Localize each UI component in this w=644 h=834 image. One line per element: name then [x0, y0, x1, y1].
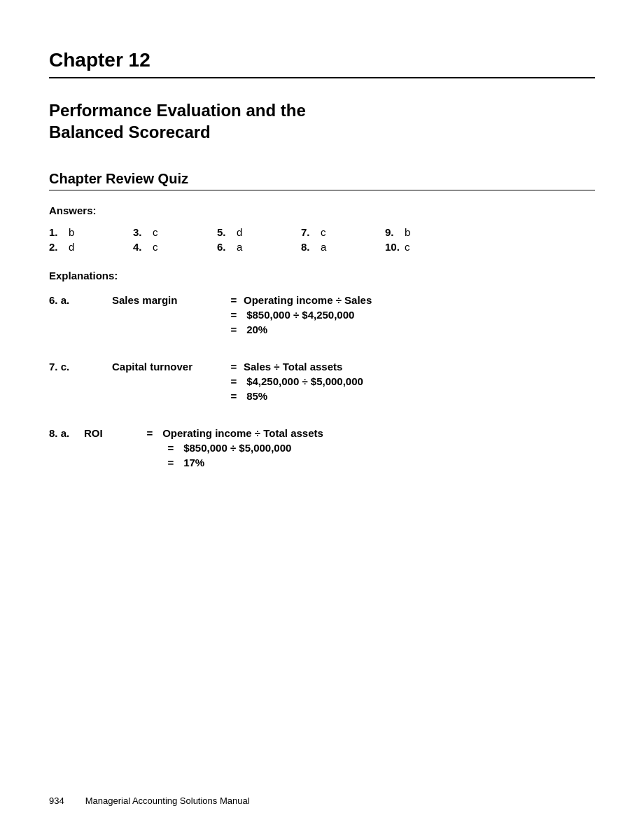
explanation-6a-row1: 6. a. Sales margin = Operating income ÷ … [49, 294, 595, 306]
chapter-divider [49, 77, 595, 78]
answer-6: 6. a [217, 241, 301, 253]
answer-8-val: a [321, 241, 326, 253]
exp-6a-label: 6. a. [49, 294, 112, 306]
exp-7c-term: Capital turnover [112, 361, 224, 373]
answer-10: 10. c [385, 241, 469, 253]
answer-1-val: b [69, 226, 74, 238]
explanation-7c: 7. c. Capital turnover = Sales ÷ Total a… [49, 361, 595, 402]
answer-9-num: 9. [385, 226, 400, 238]
answer-8-num: 8. [301, 241, 316, 253]
answer-7: 7. c [301, 226, 385, 238]
quiz-divider [49, 190, 595, 190]
answer-1: 1. b [49, 226, 133, 238]
answer-9: 9. b [385, 226, 469, 238]
answer-3: 3. c [133, 226, 217, 238]
answer-2-num: 2. [49, 241, 64, 253]
answer-8: 8. a [301, 241, 385, 253]
footer: 934 Managerial Accounting Solutions Manu… [49, 795, 595, 806]
footer-page-number: 934 [49, 795, 64, 806]
explanation-8a-row3: = 17% [49, 457, 595, 468]
explanation-8a: 8. a. ROI = Operating income ÷ Total ass… [49, 427, 595, 468]
answer-2: 2. d [49, 241, 133, 253]
explanation-7c-row1: 7. c. Capital turnover = Sales ÷ Total a… [49, 361, 595, 373]
roi-8a-eq2: = [161, 442, 181, 454]
roi-8a-eq3: = [161, 457, 181, 468]
roi-8a-val1: Operating income ÷ Total assets [160, 427, 323, 439]
answer-9-val: b [405, 226, 410, 238]
section-title: Performance Evaluation and the Balanced … [49, 99, 595, 143]
explanation-8a-row2: = $850,000 ÷ $5,000,000 [49, 442, 595, 454]
answer-3-num: 3. [133, 226, 148, 238]
answer-6-val: a [237, 241, 242, 253]
section-title-line1: Performance Evaluation and the [49, 101, 306, 120]
exp-7c-eq3: = [224, 390, 244, 402]
exp-6a-eq3: = [224, 324, 244, 335]
exp-7c-eq2: = [224, 375, 244, 387]
explanation-6a-row2: = $850,000 ÷ $4,250,000 [49, 309, 595, 321]
exp-6a-val1: Operating income ÷ Sales [244, 294, 372, 306]
exp-7c-val2: $4,250,000 ÷ $5,000,000 [244, 375, 363, 387]
roi-8a-label: 8. a. [49, 427, 84, 439]
exp-6a-eq1: = [224, 294, 244, 306]
quiz-heading: Chapter Review Quiz [49, 171, 595, 187]
answer-2-val: d [69, 241, 74, 253]
exp-7c-eq1: = [224, 361, 244, 373]
answer-10-num: 10. [385, 241, 400, 253]
answers-grid: 1. b 3. c 5. d 7. c 9. b 2. d 4. c 6. a [49, 226, 595, 253]
answer-10-val: c [405, 241, 410, 253]
exp-6a-val3: 20% [244, 324, 267, 335]
roi-8a-term: ROI [84, 427, 140, 439]
exp-7c-label: 7. c. [49, 361, 112, 373]
exp-6a-val2: $850,000 ÷ $4,250,000 [244, 309, 354, 321]
answer-7-num: 7. [301, 226, 316, 238]
answer-4-num: 4. [133, 241, 148, 253]
answer-3-val: c [153, 226, 158, 238]
explanation-6a-row3: = 20% [49, 324, 595, 335]
exp-7c-val1: Sales ÷ Total assets [244, 361, 342, 373]
exp-6a-eq2: = [224, 309, 244, 321]
answer-7-val: c [321, 226, 326, 238]
explanation-8a-row1: 8. a. ROI = Operating income ÷ Total ass… [49, 427, 595, 439]
explanations-label: Explanations: [49, 270, 595, 282]
exp-6a-term: Sales margin [112, 294, 224, 306]
answer-5: 5. d [217, 226, 301, 238]
section-title-line2: Balanced Scorecard [49, 123, 211, 141]
answer-4: 4. c [133, 241, 217, 253]
explanation-7c-row3: = 85% [49, 390, 595, 402]
answer-1-num: 1. [49, 226, 64, 238]
roi-8a-val2: $850,000 ÷ $5,000,000 [181, 442, 291, 454]
footer-title: Managerial Accounting Solutions Manual [85, 795, 250, 806]
answer-4-val: c [153, 241, 158, 253]
explanation-7c-row2: = $4,250,000 ÷ $5,000,000 [49, 375, 595, 387]
answers-label: Answers: [49, 204, 595, 216]
roi-8a-eq1: = [140, 427, 160, 439]
answer-6-num: 6. [217, 241, 232, 253]
page-container: Chapter 12 Performance Evaluation and th… [0, 0, 644, 834]
answer-5-val: d [237, 226, 242, 238]
exp-7c-val3: 85% [244, 390, 267, 402]
answer-5-num: 5. [217, 226, 232, 238]
chapter-heading: Chapter 12 [49, 49, 595, 71]
explanation-6a: 6. a. Sales margin = Operating income ÷ … [49, 294, 595, 335]
roi-8a-val3: 17% [181, 457, 204, 468]
